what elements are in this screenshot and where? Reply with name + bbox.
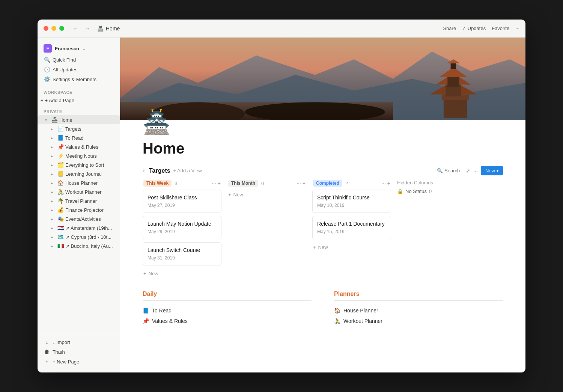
column-actions: ··· + [212, 180, 221, 186]
more-button[interactable]: ··· [515, 26, 519, 31]
sidebar-item-home[interactable]: ▾ 🏯 Home [38, 115, 120, 124]
nav-buttons: ← → [70, 24, 93, 33]
values-icon: 📌 [143, 318, 149, 324]
sidebar-item-label: Settings & Members [53, 77, 96, 82]
kanban-card[interactable]: Launch Switch Course May 31, 2019 [143, 242, 221, 265]
close-button[interactable] [44, 26, 48, 31]
new-label: New [149, 271, 158, 276]
more-icon[interactable]: ··· [297, 180, 301, 186]
favorite-button[interactable]: Favorite [492, 26, 509, 31]
cyprus-icon: 🗺️ [57, 234, 64, 240]
sidebar-item-trash[interactable]: 🗑 Trash [41, 347, 117, 357]
card-title: Launch May Notion Update [148, 221, 217, 227]
sidebar-item-quick-find[interactable]: 🔍 Quick Find [41, 55, 117, 65]
add-card-button[interactable]: + New [143, 268, 221, 279]
sidebar-item-meeting-notes[interactable]: ▸ ⚡ Meeting Notes [38, 151, 120, 160]
kanban-card[interactable]: Release Part 1 Documentary May 15, 2019 [312, 216, 391, 239]
sidebar-item-everything-to-sort[interactable]: ▸ 🗂️ Everything to Sort [38, 160, 120, 169]
card-title: Launch Switch Course [148, 247, 217, 253]
column-badge: This Month [228, 180, 258, 187]
events-icon: 🎭 [57, 216, 64, 222]
sidebar-item-house-planner[interactable]: ▸ 🏠 House Planner [38, 178, 120, 187]
sidebar-item-targets[interactable]: ▸ 📄 Targets [38, 124, 120, 133]
add-card-button[interactable]: + New [312, 242, 391, 252]
app-window: ← → 🏯 Home Share ✓ Updates Favorite ··· … [38, 20, 525, 372]
item-label: House Planner [343, 308, 378, 314]
card-date: May 15, 2019 [317, 229, 386, 234]
sidebar-user[interactable]: F Francesco ⌄ [41, 42, 117, 55]
new-button[interactable]: New ▾ [481, 166, 503, 175]
card-date: May 10, 2019 [317, 203, 386, 208]
more-options-icon[interactable]: ··· [473, 168, 478, 174]
sidebar-item-import[interactable]: ↓ ↓ Import [41, 337, 117, 347]
plus-icon: + [41, 98, 44, 103]
sidebar-item-cyprus[interactable]: ▸ 🗺️ ↗ Cyprus (3rd - 10t... [38, 232, 120, 241]
sidebar-item-finance-projector[interactable]: ▸ 💰 Finance Projector [38, 205, 120, 214]
add-card-icon[interactable]: + [218, 180, 221, 186]
trash-label: Trash [53, 349, 65, 355]
planner-item-workout[interactable]: 🚴 Workout Planner [334, 316, 503, 326]
drag-handle[interactable]: ⠿ [143, 168, 146, 173]
forward-button[interactable]: → [82, 24, 93, 33]
back-button[interactable]: ← [70, 24, 81, 33]
search-button[interactable]: 🔍 Search [434, 166, 463, 175]
add-card-icon[interactable]: + [387, 180, 390, 186]
sidebar-item-all-updates[interactable]: 🕐 All Updates [41, 65, 117, 74]
plus-icon: + [228, 192, 231, 198]
expand-icon[interactable]: ⤢ [466, 168, 470, 174]
to-read-icon: 📘 [143, 308, 149, 314]
sidebar-item-new-page[interactable]: + + New Page [41, 357, 117, 366]
add-card-icon[interactable]: + [303, 180, 306, 186]
daily-item-to-read[interactable]: 📘 To Read [143, 305, 312, 316]
values-icon: 📌 [57, 144, 64, 150]
sidebar-item-events[interactable]: ▸ 🎭 Events/Activities [38, 214, 120, 223]
minimize-button[interactable] [51, 26, 56, 31]
username: Francesco [55, 46, 79, 51]
chevron-right-icon: ▸ [51, 208, 56, 212]
more-icon[interactable]: ··· [381, 180, 386, 186]
targets-icon: 📄 [57, 126, 64, 132]
no-status-count: 0 [429, 188, 432, 194]
traffic-lights [44, 26, 64, 31]
sidebar-item-label: All Updates [53, 67, 77, 72]
daily-item-values-rules[interactable]: 📌 Values & Rules [143, 316, 312, 326]
sidebar-item-learning-journal[interactable]: ▸ 📒 Learning Journal [38, 169, 120, 178]
updates-button[interactable]: ✓ Updates [462, 26, 486, 31]
workout-icon: 🚴 [334, 318, 340, 324]
kanban-card[interactable]: Launch May Notion Update May 29, 2019 [143, 216, 221, 239]
main-layout: F Francesco ⌄ 🔍 Quick Find 🕐 All Updates… [38, 38, 525, 372]
sidebar-item-workout-planner[interactable]: ▸ 🚴 Workout Planner [38, 187, 120, 196]
sidebar-item-label: Quick Find [53, 57, 76, 63]
trash-icon: 🗑 [44, 349, 50, 355]
chevron-right-icon: ▸ [51, 145, 56, 149]
sidebar-item-add-page[interactable]: + + Add a Page [38, 96, 120, 105]
share-button[interactable]: Share [443, 26, 456, 31]
add-card-button[interactable]: + New [227, 190, 306, 200]
import-label: ↓ Import [53, 339, 70, 345]
sidebar-item-travel-planner[interactable]: ▸ 🌴 Travel Planner [38, 196, 120, 205]
sort-icon: 🗂️ [57, 162, 64, 168]
kanban-header: ⠿ Targets + Add a View 🔍 Search ⤢ ··· Ne… [143, 166, 503, 175]
sidebar-item-to-read[interactable]: ▸ 📘 To Read [38, 133, 120, 142]
sidebar-item-buccino[interactable]: ▸ 🇮🇹 ↗ Buccino, Italy (Au... [38, 241, 120, 250]
workspace-section-label: WORKSPACE [38, 86, 120, 96]
add-page-label: + Add a Page [45, 98, 74, 103]
add-view-button[interactable]: + Add a View [173, 168, 202, 173]
sidebar-item-settings[interactable]: ⚙️ Settings & Members [41, 74, 117, 84]
kanban-section: ⠿ Targets + Add a View 🔍 Search ⤢ ··· Ne… [143, 166, 503, 279]
kanban-card[interactable]: Post Skillshare Class May 27, 2019 [143, 190, 221, 213]
sidebar-item-label: Values & Rules [65, 144, 98, 150]
sidebar-item-amsterdam[interactable]: ▸ 🇳🇱 ↗ Amsterdam (19th... [38, 223, 120, 232]
kanban-card[interactable]: Script Thinkific Course May 10, 2019 [312, 190, 391, 213]
search-icon: 🔍 [44, 57, 50, 63]
column-header: This Week 3 ··· + [143, 180, 221, 187]
sidebar-item-values-rules[interactable]: ▸ 📌 Values & Rules [38, 142, 120, 151]
sidebar-item-label: Workout Planner [65, 189, 102, 195]
more-icon[interactable]: ··· [212, 180, 216, 186]
maximize-button[interactable] [59, 26, 64, 31]
sidebar-item-label: Targets [65, 126, 81, 132]
planner-item-house[interactable]: 🏠 House Planner [334, 305, 503, 316]
kanban-column-completed: Completed 2 ··· + Script Thinkific Cours… [312, 180, 391, 279]
sidebar-item-label: Home [59, 117, 72, 123]
column-badge: This Week [143, 180, 172, 187]
